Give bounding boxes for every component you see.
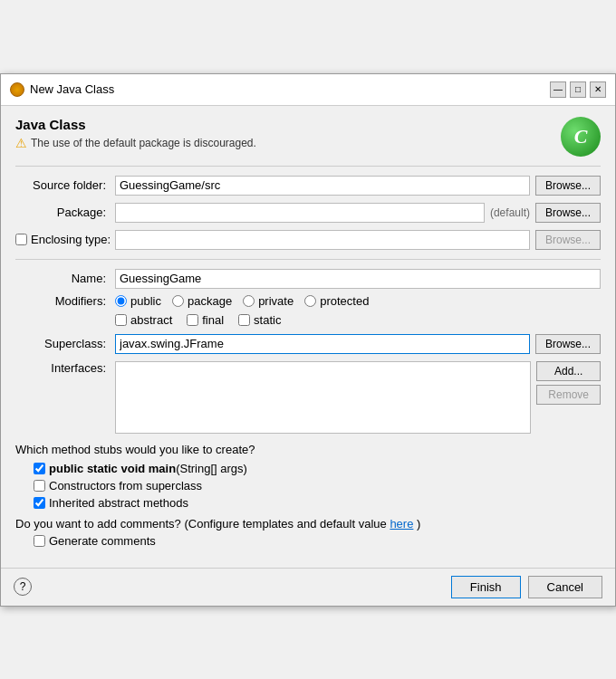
modifier-protected-radio[interactable]: [304, 295, 316, 307]
modifiers-check-row: abstract final static: [15, 311, 601, 327]
superclass-input[interactable]: [115, 334, 530, 354]
footer-left: ?: [14, 578, 32, 596]
stub-option3-checkbox[interactable]: [34, 497, 45, 509]
maximize-button[interactable]: □: [570, 81, 586, 98]
enclosing-type-input[interactable]: [115, 230, 530, 250]
modifiers-row: Modifiers: public package private protec…: [15, 294, 601, 308]
interfaces-buttons: Add... Remove: [536, 361, 601, 405]
close-button[interactable]: ✕: [590, 81, 606, 98]
header-left: Java Class ⚠ The use of the default pack…: [15, 117, 256, 150]
package-default-text: (default): [490, 206, 530, 219]
name-input[interactable]: [115, 269, 601, 289]
interfaces-row: Interfaces: Add... Remove: [15, 361, 601, 434]
enclosing-type-browse-button[interactable]: Browse...: [535, 230, 601, 250]
comments-option-label[interactable]: Generate comments: [34, 534, 156, 548]
enclosing-type-checkbox[interactable]: [15, 234, 27, 245]
modifier-private-label[interactable]: private: [243, 294, 294, 308]
stub-option2-label[interactable]: Constructors from superclass: [34, 479, 202, 493]
stub-option2-text: Constructors from superclass: [49, 479, 202, 493]
superclass-label: Superclass:: [15, 337, 115, 350]
divider-2: [15, 259, 601, 260]
source-folder-input[interactable]: [115, 176, 530, 196]
modifier-package-radio[interactable]: [172, 295, 184, 307]
modifier-abstract-text: abstract: [130, 313, 172, 327]
name-row: Name:: [15, 269, 601, 289]
modifier-static-label[interactable]: static: [238, 313, 281, 327]
source-folder-label: Source folder:: [15, 178, 115, 192]
interfaces-textarea[interactable]: [115, 361, 531, 434]
modifier-abstract-checkbox[interactable]: [115, 314, 127, 326]
source-folder-row: Source folder: Browse...: [15, 176, 601, 196]
comments-check-row: Generate comments: [34, 534, 601, 548]
modifier-package-text: package: [188, 294, 232, 308]
title-bar: New Java Class — □ ✕: [1, 74, 615, 106]
package-row: Package: (default) Browse...: [15, 203, 601, 223]
dialog-content: Java Class ⚠ The use of the default pack…: [1, 106, 615, 568]
modifier-private-radio[interactable]: [243, 295, 255, 307]
divider-1: [15, 166, 601, 167]
dialog-footer: ? Finish Cancel: [1, 568, 615, 606]
stub-option3-text: Inherited abstract methods: [49, 496, 188, 510]
modifiers-label: Modifiers:: [15, 294, 115, 308]
stub-option2-row: Constructors from superclass: [34, 479, 601, 493]
finish-button[interactable]: Finish: [451, 576, 521, 598]
modifier-static-text: static: [254, 313, 281, 327]
enclosing-type-checkbox-wrap: Enclosing type:: [15, 233, 115, 246]
enclosing-type-label[interactable]: Enclosing type:: [31, 233, 111, 246]
title-bar-left: New Java Class: [10, 82, 114, 97]
comments-title-text: Do you want to add comments? (Configure …: [15, 517, 387, 531]
modifier-public-label[interactable]: public: [115, 294, 161, 308]
modifier-final-text: final: [202, 313, 224, 327]
stub-option1-checkbox[interactable]: [34, 463, 45, 474]
package-label: Package:: [15, 206, 115, 219]
dialog-title: Java Class: [15, 117, 256, 132]
stub-option1-text: public static void main(String[] args): [49, 462, 247, 475]
modifier-protected-text: protected: [320, 294, 369, 308]
stubs-section: Which method stubs would you like to cre…: [15, 443, 601, 510]
warning-message: ⚠ The use of the default package is disc…: [15, 136, 256, 150]
comments-option-checkbox[interactable]: [34, 535, 45, 547]
comments-title: Do you want to add comments? (Configure …: [15, 517, 601, 531]
warning-text: The use of the default package is discou…: [31, 137, 256, 149]
modifier-package-label[interactable]: package: [172, 294, 232, 308]
window-title: New Java Class: [30, 82, 114, 96]
modifier-abstract-label[interactable]: abstract: [115, 313, 172, 327]
interfaces-label: Interfaces:: [15, 361, 115, 375]
comments-section: Do you want to add comments? (Configure …: [15, 517, 601, 548]
modifiers-radios: public package private protected: [115, 294, 369, 308]
stub-option2-checkbox[interactable]: [34, 480, 45, 492]
package-input[interactable]: [115, 203, 485, 223]
modifier-protected-label[interactable]: protected: [304, 294, 369, 308]
comments-option-text: Generate comments: [49, 534, 156, 548]
modifier-public-text: public: [130, 294, 161, 308]
dialog-window: New Java Class — □ ✕ Java Class ⚠ The us…: [0, 73, 616, 607]
logo-icon: C: [561, 117, 601, 157]
stub-option1-row: public static void main(String[] args): [34, 462, 601, 475]
title-controls: — □ ✕: [550, 81, 606, 98]
help-button[interactable]: ?: [14, 578, 32, 596]
interfaces-add-button[interactable]: Add...: [536, 361, 601, 381]
name-label: Name:: [15, 272, 115, 285]
footer-right: Finish Cancel: [451, 576, 602, 598]
stub-option3-row: Inherited abstract methods: [34, 496, 601, 510]
modifier-public-radio[interactable]: [115, 295, 127, 307]
cancel-button[interactable]: Cancel: [528, 576, 602, 598]
modifier-final-label[interactable]: final: [187, 313, 224, 327]
enclosing-type-row: Enclosing type: Browse...: [15, 230, 601, 250]
window-icon: [10, 82, 24, 97]
superclass-browse-button[interactable]: Browse...: [535, 334, 601, 354]
stub-option3-label[interactable]: Inherited abstract methods: [34, 496, 188, 510]
comments-here-link[interactable]: here: [390, 517, 413, 531]
modifiers-checkboxes: abstract final static: [115, 313, 284, 327]
header-section: Java Class ⚠ The use of the default pack…: [15, 117, 601, 157]
modifier-final-checkbox[interactable]: [187, 314, 198, 326]
minimize-button[interactable]: —: [550, 81, 566, 98]
interfaces-remove-button[interactable]: Remove: [536, 385, 601, 405]
package-browse-button[interactable]: Browse...: [535, 203, 601, 223]
source-folder-browse-button[interactable]: Browse...: [535, 176, 601, 196]
superclass-input-wrap: [115, 334, 530, 354]
superclass-row: Superclass: Browse...: [15, 334, 601, 354]
warning-icon: ⚠: [15, 136, 27, 150]
modifier-static-checkbox[interactable]: [238, 314, 250, 326]
stub-option1-label[interactable]: public static void main(String[] args): [34, 462, 247, 475]
